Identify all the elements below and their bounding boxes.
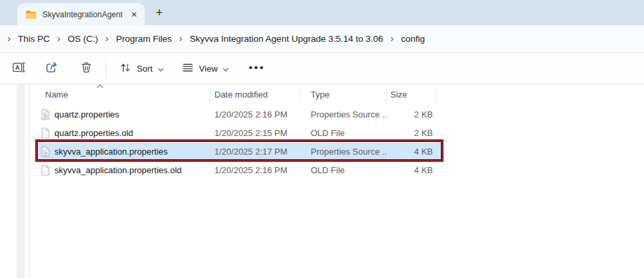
breadcrumb: ›This PC›OS (C:)›Program Files›Skyvva In… [0, 25, 644, 53]
chevron-right-icon: › [7, 33, 11, 44]
file-date-modified: 1/20/2025 2:17 PM [210, 147, 300, 157]
file-name: skyvva_application.properties.old [54, 165, 182, 175]
view-icon [181, 61, 195, 76]
breadcrumb-item[interactable]: OS (C:) [61, 31, 105, 47]
old-file-icon [41, 165, 50, 176]
file-name: quartz.properties.old [54, 128, 133, 138]
rename-icon [12, 60, 26, 76]
column-header-date-modified[interactable]: Date modified [210, 88, 300, 102]
sort-label: Sort [137, 64, 153, 74]
file-list: Name Date modified Type Size quartz.prop… [32, 84, 438, 179]
file-row[interactable]: skyvva_application.properties 1/20/2025 … [32, 142, 438, 161]
pane-divider [29, 84, 30, 278]
file-type: OLD File [300, 165, 387, 175]
tab-bar: SkyvaIntegrationAgent-3.6-pat ✕ + [0, 0, 644, 25]
column-header-size[interactable]: Size [387, 88, 437, 102]
file-row[interactable]: skyvva_application.properties.old 1/20/2… [32, 161, 438, 179]
file-size: 2 KB [387, 109, 437, 119]
share-icon [44, 60, 58, 76]
column-header-row: Name Date modified Type Size [32, 86, 438, 104]
trash-icon [80, 60, 93, 76]
breadcrumb-item[interactable]: Skyvva Integration Agent Upgrade 3.5.14 … [183, 31, 390, 47]
file-size: 4 KB [387, 147, 437, 157]
sort-ascending-icon [96, 84, 104, 88]
rename-button[interactable] [8, 57, 30, 80]
nav-pane-scrollbar[interactable] [17, 84, 25, 278]
view-label: View [199, 64, 218, 74]
file-list-area: Name Date modified Type Size quartz.prop… [0, 84, 644, 278]
file-name: skyvva_application.properties [54, 147, 168, 157]
file-date-modified: 1/20/2025 2:15 PM [210, 128, 300, 138]
sort-icon [119, 61, 132, 76]
file-name: quartz.properties [54, 109, 120, 119]
view-button[interactable]: View [177, 58, 233, 80]
explorer-tab[interactable]: SkyvaIntegrationAgent-3.6-pat ✕ [17, 3, 145, 25]
properties-file-icon [41, 109, 50, 120]
file-row[interactable]: quartz.properties.old 1/20/2025 2:15 PM … [32, 123, 438, 142]
delete-button[interactable] [76, 57, 97, 80]
share-button[interactable] [40, 57, 62, 80]
tab-close-icon[interactable]: ✕ [127, 8, 141, 21]
ellipsis-icon: ••• [249, 62, 266, 73]
command-toolbar: Sort View ••• [0, 53, 644, 84]
chevron-right-icon: › [57, 33, 60, 44]
chevron-right-icon: › [106, 33, 109, 44]
column-header-name[interactable]: Name [32, 88, 210, 102]
file-type: Properties Source ... [300, 147, 387, 157]
breadcrumb-item[interactable]: config [394, 31, 432, 47]
file-rows: quartz.properties 1/20/2025 2:16 PM Prop… [32, 105, 438, 179]
file-explorer-window: SkyvaIntegrationAgent-3.6-pat ✕ + ›This … [0, 0, 644, 278]
properties-file-icon [41, 146, 50, 157]
column-header-type[interactable]: Type [300, 88, 387, 102]
see-more-button[interactable]: ••• [245, 60, 270, 78]
breadcrumb-item[interactable]: This PC [11, 31, 56, 47]
new-tab-button[interactable]: + [151, 5, 167, 21]
tab-title: SkyvaIntegrationAgent-3.6-pat [42, 10, 122, 19]
chevron-right-icon: › [179, 33, 183, 44]
chevron-right-icon: › [390, 33, 394, 44]
file-size: 2 KB [387, 128, 437, 138]
old-file-icon [41, 127, 50, 139]
file-date-modified: 1/20/2025 2:16 PM [210, 109, 300, 119]
toolbar-divider [106, 60, 106, 77]
chevron-down-icon [157, 64, 164, 74]
file-date-modified: 1/20/2025 2:16 PM [210, 165, 300, 175]
sort-button[interactable]: Sort [115, 58, 168, 80]
file-type: OLD File [300, 128, 387, 138]
breadcrumb-item[interactable]: Program Files [110, 31, 179, 47]
chevron-down-icon [222, 64, 229, 74]
file-size: 4 KB [387, 165, 437, 175]
file-type: Properties Source ... [300, 109, 387, 119]
file-row[interactable]: quartz.properties 1/20/2025 2:16 PM Prop… [32, 105, 438, 123]
folder-icon [25, 10, 37, 19]
